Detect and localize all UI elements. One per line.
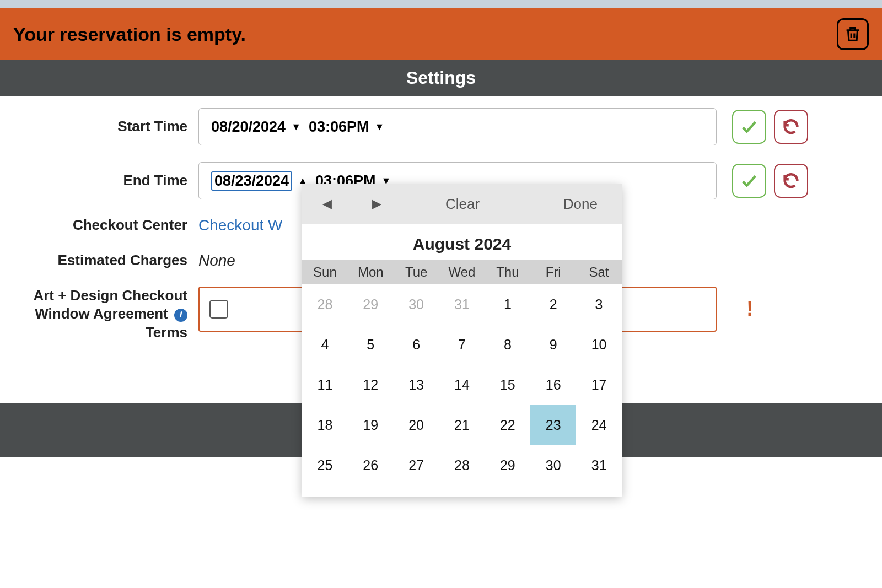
calendar-month-title: August 2024 bbox=[302, 235, 622, 253]
calendar-dow-header: Tue bbox=[394, 260, 439, 284]
calendar-dow-header: Thu bbox=[485, 260, 530, 284]
calendar-day[interactable]: 27 bbox=[394, 445, 439, 485]
calendar-dow-header: Sun bbox=[302, 260, 348, 284]
calendar-day-prev-month[interactable]: 29 bbox=[348, 284, 394, 325]
estimated-charges-label: Estimated Charges bbox=[17, 251, 198, 270]
calendar-day[interactable]: 3 bbox=[576, 284, 622, 325]
start-time-row: Start Time 08/20/2024 ▼ 03:06PM ▼ bbox=[17, 108, 865, 145]
agreement-label-line3: Terms bbox=[146, 324, 187, 341]
calendar-day[interactable]: 11 bbox=[302, 365, 348, 405]
check-icon bbox=[740, 171, 759, 190]
calendar-grid: SunMonTueWedThuFriSat2829303112345678910… bbox=[302, 260, 622, 485]
date-clear-button[interactable]: Clear bbox=[445, 196, 480, 213]
calendar-day[interactable]: 22 bbox=[485, 405, 530, 445]
start-time-revert-button[interactable] bbox=[774, 110, 808, 144]
calendar-day[interactable]: 31 bbox=[576, 445, 622, 485]
calendar-day[interactable]: 15 bbox=[485, 365, 530, 405]
estimated-charges-value: None bbox=[198, 252, 235, 269]
info-icon[interactable]: i bbox=[174, 309, 187, 322]
calendar-day-prev-month[interactable]: 30 bbox=[394, 284, 439, 325]
agreement-label-line2: Window Agreement bbox=[35, 305, 168, 322]
calendar-dow-header: Fri bbox=[530, 260, 576, 284]
trash-icon bbox=[843, 25, 862, 44]
checkout-center-label: Checkout Center bbox=[17, 216, 198, 235]
calendar-day[interactable]: 25 bbox=[302, 445, 348, 485]
calendar-day[interactable]: 13 bbox=[394, 365, 439, 405]
calendar-day-prev-month[interactable]: 28 bbox=[302, 284, 348, 325]
chevron-down-icon: ▼ bbox=[291, 121, 301, 133]
undo-icon bbox=[782, 171, 800, 190]
alert-banner: Your reservation is empty. bbox=[0, 8, 882, 60]
calendar-day[interactable]: 30 bbox=[530, 445, 576, 485]
calendar-day[interactable]: 8 bbox=[485, 325, 530, 365]
calendar-day[interactable]: 20 bbox=[394, 405, 439, 445]
calendar-day[interactable]: 1 bbox=[485, 284, 530, 325]
agreement-checkbox[interactable] bbox=[209, 300, 228, 319]
calendar-day[interactable]: 17 bbox=[576, 365, 622, 405]
calendar-day[interactable]: 21 bbox=[439, 405, 485, 445]
calendar-day[interactable]: 12 bbox=[348, 365, 394, 405]
calendar-day[interactable]: 9 bbox=[530, 325, 576, 365]
calendar-day-prev-month[interactable]: 31 bbox=[439, 284, 485, 325]
calendar-day[interactable]: 14 bbox=[439, 365, 485, 405]
start-time-value[interactable]: 03:06PM bbox=[309, 118, 369, 136]
calendar-dow-header: Wed bbox=[439, 260, 485, 284]
checkout-center-link[interactable]: Checkout W bbox=[198, 217, 283, 234]
start-time-confirm-button[interactable] bbox=[732, 110, 766, 144]
next-month-button[interactable]: ▶ bbox=[363, 197, 390, 211]
calendar-day[interactable]: 5 bbox=[348, 325, 394, 365]
end-time-label: End Time bbox=[17, 171, 198, 190]
chevron-down-icon: ▼ bbox=[375, 121, 385, 133]
calendar-day[interactable]: 28 bbox=[439, 445, 485, 485]
calendar-day[interactable]: 7 bbox=[439, 325, 485, 365]
date-picker-toolbar: ◀ ▶ Clear Done bbox=[302, 184, 622, 224]
calendar-day[interactable]: 6 bbox=[394, 325, 439, 365]
calendar-dow-header: Sat bbox=[576, 260, 622, 284]
calendar-day[interactable]: 23 bbox=[530, 405, 576, 445]
calendar-day[interactable]: 10 bbox=[576, 325, 622, 365]
calendar-day[interactable]: 16 bbox=[530, 365, 576, 405]
calendar-day[interactable]: 29 bbox=[485, 445, 530, 485]
calendar-day[interactable]: 18 bbox=[302, 405, 348, 445]
check-icon bbox=[740, 117, 759, 136]
date-picker-popup: ◀ ▶ Clear Done August 2024 SunMonTueWedT… bbox=[302, 184, 622, 497]
agreement-label: Art + Design Checkout Window Agreement i… bbox=[17, 287, 198, 342]
agreement-label-line1: Art + Design Checkout bbox=[33, 287, 187, 304]
end-date-value[interactable]: 08/23/2024 bbox=[211, 171, 292, 191]
calendar-dow-header: Mon bbox=[348, 260, 394, 284]
alert-message: Your reservation is empty. bbox=[13, 24, 246, 45]
prev-month-button[interactable]: ◀ bbox=[313, 197, 341, 211]
warning-icon: ! bbox=[746, 297, 754, 321]
start-date-value[interactable]: 08/20/2024 bbox=[211, 118, 286, 136]
settings-section-header: Settings bbox=[0, 60, 882, 96]
undo-icon bbox=[782, 117, 800, 136]
calendar-day[interactable]: 26 bbox=[348, 445, 394, 485]
calendar-day[interactable]: 4 bbox=[302, 325, 348, 365]
window-top-bar bbox=[0, 0, 882, 8]
end-time-confirm-button[interactable] bbox=[732, 164, 766, 198]
date-done-button[interactable]: Done bbox=[563, 196, 598, 213]
calendar-day[interactable]: 2 bbox=[530, 284, 576, 325]
end-time-revert-button[interactable] bbox=[774, 164, 808, 198]
start-time-label: Start Time bbox=[17, 117, 198, 136]
calendar-day[interactable]: 19 bbox=[348, 405, 394, 445]
calendar-day[interactable]: 24 bbox=[576, 405, 622, 445]
start-time-input[interactable]: 08/20/2024 ▼ 03:06PM ▼ bbox=[198, 108, 717, 145]
delete-reservation-button[interactable] bbox=[837, 18, 869, 50]
